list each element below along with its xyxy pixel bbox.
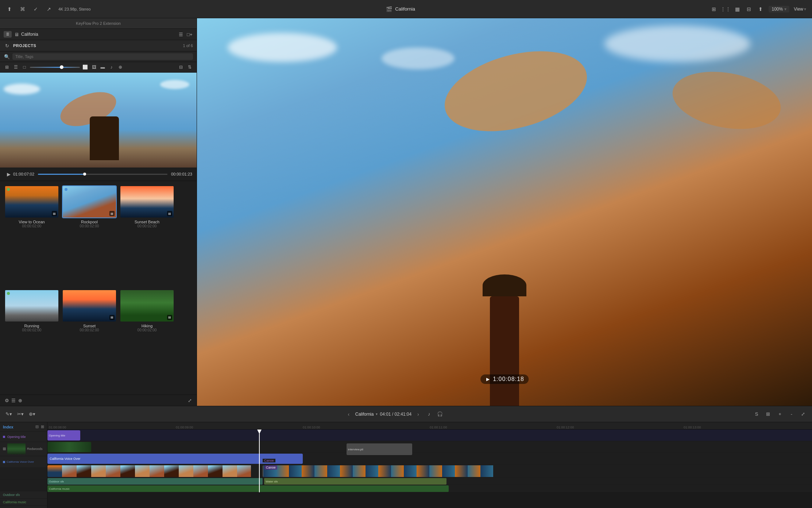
hierarchy-icon[interactable]: ⊕	[117, 64, 124, 70]
audio-filter-icon[interactable]: ♪	[108, 64, 115, 70]
main-play-button[interactable]: ▶	[485, 376, 491, 382]
editor-icon[interactable]: ▦	[734, 5, 741, 13]
outdoor-sfx-label: Outdoor sfx	[49, 480, 64, 483]
sequence-dropdown-icon[interactable]: ▾	[376, 412, 378, 416]
zoom-out-btn[interactable]: -	[787, 410, 796, 419]
list-view-icon[interactable]: ☰	[178, 31, 184, 38]
clip-item-view-to-ocean[interactable]: ▤ View to Ocean 00:00:02:00	[4, 185, 59, 286]
interview-label: interview.ptl	[348, 448, 363, 451]
zoom-control[interactable]: 100% ▾	[769, 6, 789, 12]
view-button[interactable]: View ▾	[794, 7, 806, 12]
preview-progress-bar[interactable]	[38, 174, 167, 175]
clip-ca-music[interactable]: California music	[47, 485, 449, 492]
video-filmstrip[interactable]	[47, 465, 262, 477]
track-redwoods	[47, 441, 812, 453]
sort-btn[interactable]: ⊟	[178, 64, 184, 70]
frame-2	[62, 465, 77, 477]
search-input[interactable]	[12, 53, 193, 60]
track-color-opening	[3, 436, 5, 438]
cloud-2	[160, 80, 189, 89]
size-slider[interactable]	[30, 67, 80, 68]
zoom-in-btn[interactable]: +	[776, 410, 784, 419]
index-action-1[interactable]: ⊟	[35, 424, 39, 429]
top-toolbar: ⬆ ⌘ ✓ ↗ 4K 23.98p, Stereo 🎬 California ⊞…	[0, 0, 812, 18]
track-name-ca-vo: California Voice Over	[7, 460, 34, 463]
track-outdoor-sfx: Outdoor sfx Water sfx	[47, 478, 812, 485]
grid-view-btn[interactable]: ⊞	[4, 64, 10, 70]
ruler-mark-4: 01:00:11:00	[430, 426, 557, 429]
clip-thumb: ▤	[120, 289, 174, 322]
timeline-ruler: 01:00:08:00 01:00:09:00 01:00:10:00 01:0…	[47, 422, 812, 430]
clip-bg	[120, 186, 174, 218]
clip-water-sfx[interactable]: Water sfx	[264, 478, 446, 485]
clip-duration: 00:00:02:00	[62, 328, 117, 332]
kf-list-icon[interactable]: ☰	[10, 397, 17, 404]
grid-icon[interactable]: ⋮⋮	[722, 5, 729, 13]
clip-redwoods[interactable]	[47, 442, 91, 452]
export-icon[interactable]: ⬆	[757, 5, 764, 13]
prev-sequence-btn[interactable]: ‹	[344, 410, 353, 419]
blade-tool-btn[interactable]: ✂▾	[16, 410, 25, 419]
share-icon[interactable]: ↗	[45, 5, 53, 13]
frame-7	[135, 465, 150, 477]
clip-outdoor-sfx[interactable]: Outdoor sfx	[47, 478, 263, 485]
audio-meter-icon[interactable]: ♪	[425, 410, 433, 419]
kf-share-icon[interactable]: ⊕	[17, 397, 23, 404]
toolbar-left: ⬆ ⌘ ✓ ↗ 4K 23.98p, Stereo	[6, 5, 91, 13]
clip-item-rockpool[interactable]: ▤ Rockpool 00:00:02:00	[62, 185, 117, 286]
cf-6	[327, 465, 340, 477]
track-name-outdoor: Outdoor sfx	[3, 493, 20, 497]
solo-btn[interactable]: S	[752, 410, 761, 419]
import-icon[interactable]: ⬆	[6, 5, 13, 13]
cf-18	[480, 465, 493, 477]
clip-item-running[interactable]: Running 00:00:02:00	[4, 289, 59, 390]
next-sequence-btn[interactable]: ›	[414, 410, 422, 419]
tools-dropdown-btn[interactable]: ✎▾	[4, 410, 13, 419]
large-thumb-btn[interactable]: ⬜	[82, 64, 89, 70]
index-action-2[interactable]: ⊞	[41, 424, 44, 429]
refresh-icon[interactable]: ↻	[4, 42, 10, 49]
frame-3	[77, 465, 91, 477]
clip-opening-title[interactable]: Opening title	[47, 430, 80, 440]
add-clip-icon[interactable]: □+	[186, 31, 193, 38]
browser-toggle-icon[interactable]: ⊞	[710, 5, 718, 13]
ruler-mark-6: 01:00:13:00	[684, 426, 811, 429]
search-bar: 🔍	[0, 51, 197, 62]
list-view-btn[interactable]: ☰	[12, 64, 19, 70]
headphones-icon[interactable]: 🎧	[436, 410, 444, 419]
toolbar-center: 🎬 California	[386, 6, 415, 12]
clip-thumb-selected: ▤	[62, 185, 117, 218]
playhead[interactable]	[259, 430, 260, 492]
index-tab[interactable]: Index	[3, 425, 13, 429]
inspector-icon[interactable]: ⊟	[745, 5, 753, 13]
preview-progress-thumb[interactable]	[83, 173, 86, 176]
clip-item-sunset-beach[interactable]: ▤ Sunset Beach 00:00:02:00	[120, 185, 174, 286]
track-label-ca-vo: California Voice Over	[0, 456, 47, 468]
track-label-video1	[0, 468, 47, 480]
photo-filter-icon[interactable]: 🖼	[91, 64, 97, 70]
small-thumb-btn[interactable]: □	[21, 64, 28, 70]
clip-item-hiking[interactable]: ▤ Hiking 00:00:02:00	[120, 289, 174, 390]
resolution-badge: 4K 23.98p, Stereo	[58, 7, 91, 11]
check-icon[interactable]: ✓	[32, 5, 39, 13]
play-button[interactable]: ▶	[4, 170, 13, 178]
clip-item-sunset[interactable]: ▤ Sunset 00:00:02:00	[62, 289, 117, 390]
clip-interview[interactable]: interview.ptl	[347, 443, 412, 455]
size-slider-thumb[interactable]	[60, 65, 63, 69]
canoe-filmstrip[interactable]	[263, 465, 627, 477]
snapping-btn[interactable]: ⊞	[764, 410, 773, 419]
transform-btn[interactable]: ⊕▾	[28, 410, 36, 419]
cf-16	[455, 465, 468, 477]
track-label-ca-music: California music	[0, 499, 47, 506]
timeline-tracks[interactable]: 01:00:08:00 01:00:09:00 01:00:10:00 01:0…	[47, 422, 812, 508]
video-filter-icon[interactable]: ▬	[100, 64, 106, 70]
expand-timeline-btn[interactable]: ⤢	[799, 410, 808, 419]
kf-settings-icon[interactable]: ⚙	[4, 397, 10, 404]
clip-name: Sunset Beach	[120, 220, 174, 224]
sidebar-toggle-icon[interactable]: ☰	[4, 31, 12, 38]
canoe-label: Canoe	[263, 459, 275, 462]
kf-expand-icon[interactable]: ⤢	[186, 397, 193, 404]
key-icon[interactable]: ⌘	[19, 5, 26, 13]
filter-btn[interactable]: ⇅	[186, 64, 193, 70]
redwoods-thumb	[7, 443, 26, 454]
